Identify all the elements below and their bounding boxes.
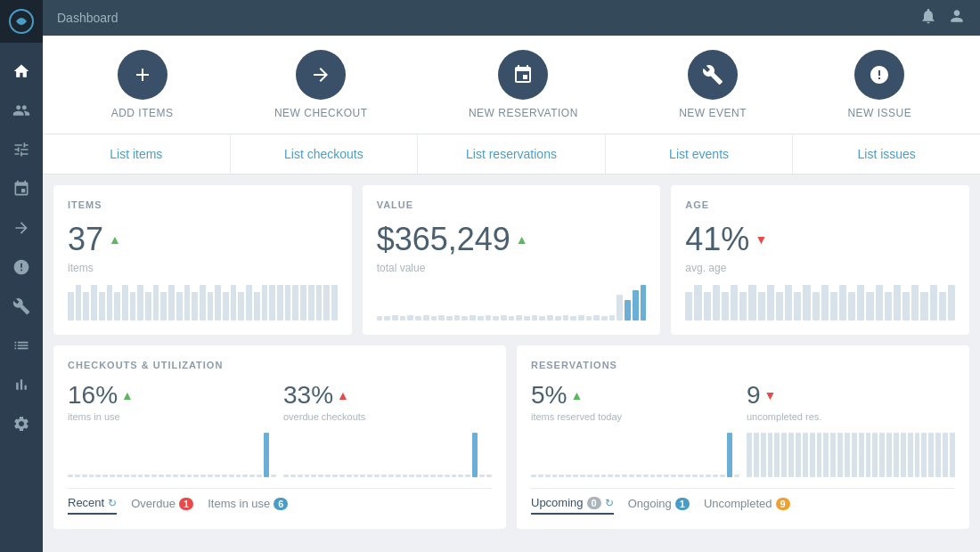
sidebar-item-alerts[interactable] <box>0 248 43 287</box>
upcoming-badge: 0 <box>587 497 601 509</box>
new-issue-circle <box>854 50 904 100</box>
list-events-button[interactable]: List events <box>606 134 794 174</box>
tab-upcoming[interactable]: Upcoming 0 ↻ <box>531 496 614 515</box>
age-trend-down: ▼ <box>755 232 767 247</box>
reservations-stats: 5% ▲ items reserved today 9 ▼ uncomplete… <box>531 381 955 477</box>
page-title: Dashboard <box>57 11 118 25</box>
checkouts-tabs: Recent ↻ Overdue 1 Items in use 6 <box>68 488 492 515</box>
checkouts-chart-1 <box>68 433 276 477</box>
content-area: ADD ITEMS NEW CHECKOUT NEW RESERVATION N… <box>43 36 980 552</box>
new-issue-action[interactable]: NEW ISSUE <box>847 50 911 119</box>
stat-card-age: AGE 41% ▼ avg. age <box>671 185 969 335</box>
uncompleted-badge: 9 <box>776 498 790 510</box>
list-issues-button[interactable]: List issues <box>793 134 980 174</box>
checkouts-trend-1: ▲ <box>121 388 134 402</box>
items-sublabel: items <box>68 262 338 274</box>
bottom-grid: CHECKOUTS & UTILIZATION 16% ▲ items in u… <box>43 345 980 540</box>
new-event-action[interactable]: NEW EVENT <box>679 50 747 119</box>
stat-card-value: VALUE $365,249 ▲ total value <box>363 185 661 335</box>
quick-actions-bar: ADD ITEMS NEW CHECKOUT NEW RESERVATION N… <box>43 36 980 134</box>
tab-overdue[interactable]: Overdue 1 <box>131 496 193 515</box>
reservations-stat-2: 9 ▼ uncompleted res. <box>747 381 955 477</box>
items-label: ITEMS <box>68 199 338 210</box>
sidebar-item-home[interactable] <box>0 52 43 91</box>
new-reservation-circle <box>498 50 548 100</box>
checkouts-stats: 16% ▲ items in use 33% ▲ overdue checkou… <box>68 381 492 477</box>
checkouts-sublabel-2: overdue checkouts <box>283 411 492 422</box>
user-icon[interactable] <box>948 7 966 28</box>
add-items-action[interactable]: ADD ITEMS <box>111 50 174 119</box>
topbar-icons <box>919 7 966 28</box>
sidebar-item-list[interactable] <box>0 326 43 365</box>
list-checkouts-button[interactable]: List checkouts <box>231 134 419 174</box>
new-checkout-action[interactable]: NEW CHECKOUT <box>274 50 368 119</box>
sidebar-item-chart[interactable] <box>0 365 43 404</box>
sidebar-item-filters[interactable] <box>0 130 43 169</box>
stat-card-items: ITEMS 37 ▲ items <box>53 185 352 335</box>
topbar: Dashboard <box>43 0 980 36</box>
checkouts-sublabel-1: items in use <box>68 411 276 422</box>
list-reservations-button[interactable]: List reservations <box>418 134 606 174</box>
reservations-value-2: 9 ▼ <box>747 381 955 410</box>
sidebar-item-users[interactable] <box>0 91 43 130</box>
reservations-chart-1 <box>531 433 739 477</box>
tab-items-in-use[interactable]: Items in use 6 <box>208 496 288 515</box>
items-in-use-badge: 6 <box>274 498 288 510</box>
value-sublabel: total value <box>377 262 647 274</box>
items-value: 37 ▲ <box>68 221 338 258</box>
list-buttons-bar: List items List checkouts List reservati… <box>43 134 980 175</box>
reservations-sublabel-2: uncompleted res. <box>747 411 955 422</box>
reservations-value-1: 5% ▲ <box>531 381 739 410</box>
ongoing-badge: 1 <box>675 498 690 510</box>
age-label: AGE <box>685 199 955 210</box>
checkouts-value-1: 16% ▲ <box>68 381 276 410</box>
value-label: VALUE <box>377 199 647 210</box>
upcoming-refresh-icon: ↻ <box>605 497 614 509</box>
value-trend-up: ▲ <box>516 232 528 247</box>
sidebar-item-settings[interactable] <box>0 404 43 443</box>
checkouts-chart-2 <box>283 433 492 477</box>
new-reservation-label: NEW RESERVATION <box>469 107 578 119</box>
reservations-title: RESERVATIONS <box>531 360 955 370</box>
checkouts-stat-1: 16% ▲ items in use <box>68 381 276 477</box>
items-trend-up: ▲ <box>109 232 121 247</box>
age-value: 41% ▼ <box>685 221 955 258</box>
age-sublabel: avg. age <box>685 262 955 274</box>
checkouts-card: CHECKOUTS & UTILIZATION 16% ▲ items in u… <box>53 345 506 529</box>
new-event-label: NEW EVENT <box>679 107 747 119</box>
checkouts-trend-2: ▲ <box>337 388 349 402</box>
reservations-sublabel-1: items reserved today <box>531 411 739 422</box>
add-items-circle <box>118 50 167 100</box>
new-event-circle <box>688 50 738 100</box>
new-issue-label: NEW ISSUE <box>847 107 911 119</box>
sidebar-item-tools[interactable] <box>0 287 43 326</box>
list-items-button[interactable]: List items <box>43 134 231 174</box>
checkouts-title: CHECKOUTS & UTILIZATION <box>68 360 492 370</box>
tab-ongoing[interactable]: Ongoing 1 <box>628 496 690 515</box>
app-logo[interactable] <box>0 0 43 43</box>
main-content: Dashboard ADD ITEMS NEW CHECK <box>43 0 980 552</box>
age-chart <box>685 285 955 321</box>
value-chart <box>377 285 647 321</box>
tab-uncompleted[interactable]: Uncompleted 9 <box>704 496 790 515</box>
checkouts-value-2: 33% ▲ <box>283 381 492 410</box>
new-reservation-action[interactable]: NEW RESERVATION <box>469 50 578 119</box>
notification-icon[interactable] <box>919 7 937 28</box>
reservations-trend-2: ▼ <box>764 388 777 402</box>
reservations-stat-1: 5% ▲ items reserved today <box>531 381 739 477</box>
sidebar-nav <box>0 43 43 451</box>
sidebar-item-checkout[interactable] <box>0 208 43 248</box>
sidebar-item-calendar[interactable] <box>0 169 43 208</box>
new-checkout-circle <box>296 50 346 100</box>
add-items-label: ADD ITEMS <box>111 107 174 119</box>
reservations-trend-1: ▲ <box>570 388 583 402</box>
reservations-tabs: Upcoming 0 ↻ Ongoing 1 Uncompleted 9 <box>531 488 955 515</box>
refresh-icon: ↻ <box>108 497 117 509</box>
tab-recent[interactable]: Recent ↻ <box>68 496 117 515</box>
value-value: $365,249 ▲ <box>377 221 647 258</box>
new-checkout-label: NEW CHECKOUT <box>274 107 368 119</box>
sidebar <box>0 0 43 552</box>
checkouts-stat-2: 33% ▲ overdue checkouts <box>283 381 492 477</box>
overdue-badge: 1 <box>179 498 193 510</box>
items-chart <box>68 285 338 321</box>
